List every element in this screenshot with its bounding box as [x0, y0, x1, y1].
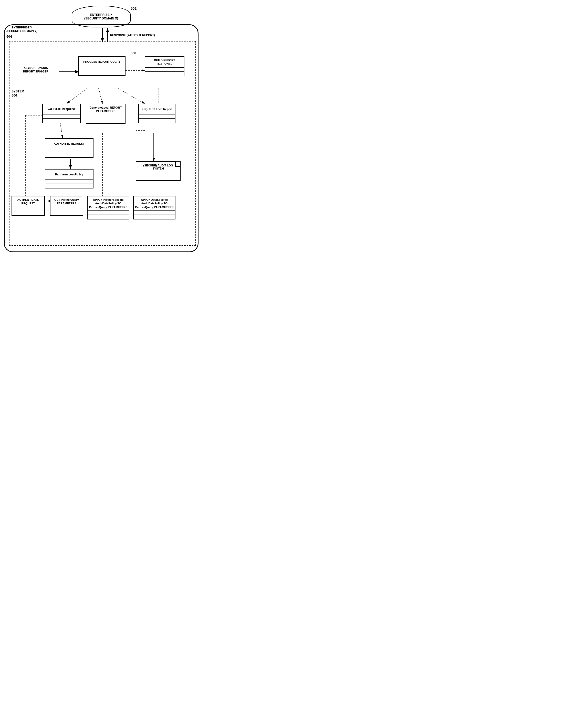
build-report-response-box: BUILD REPORT RESPONSE: [145, 56, 184, 76]
validate-request-s2: [43, 119, 80, 123]
authorize-request-title: AUTHORIZE REQUEST: [45, 139, 93, 149]
ref-506: 506: [11, 93, 17, 97]
enterprise-y-label: ENTERPRISE Y (SECURITY DOMAIN Y): [6, 26, 37, 33]
generate-local-title: GenerateLocal REPORT PARAMETERS: [86, 104, 125, 115]
get-partner-query-box: GET PartnerQuery PARAMETERS: [50, 196, 83, 216]
process-report-query-title: PROCESS REPORT QUERY: [79, 57, 125, 67]
partner-access-policy-s2: [45, 184, 93, 188]
ref-502: 502: [131, 6, 136, 10]
apply-partner-specific-box: APPLY PartnerSpecific AuditDataPolicy TO…: [87, 196, 129, 219]
secure-audit-log-s1: [136, 172, 180, 176]
get-partner-query-title: GET PartnerQuery PARAMETERS: [50, 197, 83, 207]
authenticate-request-s1: [12, 207, 44, 211]
authorize-request-s2: [45, 153, 93, 157]
process-report-query-s2: [79, 71, 125, 75]
system-label: SYSTEM: [11, 90, 24, 94]
request-local-report-s1: [139, 115, 175, 119]
ref-508: 508: [131, 51, 136, 55]
authenticate-request-box: AUTHENTICATE REQUEST: [11, 196, 45, 216]
partner-access-policy-title: PartnerAccessPolicy: [45, 170, 93, 180]
generate-local-s2: [86, 119, 125, 123]
process-report-query-box: PROCESS REPORT QUERY: [78, 56, 125, 76]
get-partner-query-s2: [50, 211, 83, 215]
secure-audit-log-box: (SECURE) AUDIT LOG SYSTEM: [136, 161, 180, 181]
get-partner-query-s1: [50, 207, 83, 211]
partner-access-policy-s1: [45, 180, 93, 184]
apply-data-specific-title: APPLY DataSpecific AuditDataPolicy TO Pa…: [134, 197, 175, 211]
request-local-report-s2: [139, 119, 175, 123]
build-report-response-title: BUILD REPORT RESPONSE: [145, 57, 184, 68]
validate-request-title: VALIDATE REQUEST: [43, 104, 80, 115]
enterprise-x-label2: (SECURITY DOMAIN X): [84, 17, 118, 20]
diagram-container: 502 ENTERPRISE X (SECURITY DOMAIN X) RES…: [3, 3, 202, 259]
authorize-request-s1: [45, 149, 93, 153]
apply-data-specific-s2: [134, 215, 175, 219]
async-trigger-label: ASYNCHRONOUSREPORT TRIGGER: [23, 66, 48, 74]
process-report-query-s1: [79, 67, 125, 71]
apply-data-specific-s1: [134, 211, 175, 215]
apply-partner-specific-s2: [88, 215, 129, 219]
enterprise-x-label1: ENTERPRISE X: [90, 13, 113, 17]
apply-partner-specific-s1: [88, 211, 129, 215]
authenticate-request-title: AUTHENTICATE REQUEST: [12, 197, 44, 207]
generate-local-s1: [86, 115, 125, 119]
apply-data-specific-box: APPLY DataSpecific AuditDataPolicy TO Pa…: [133, 196, 175, 219]
request-local-report-box: REQUEST LocalReport: [138, 104, 175, 123]
request-local-report-title: REQUEST LocalReport: [139, 104, 175, 115]
authenticate-request-s2: [12, 211, 44, 215]
validate-request-s1: [43, 115, 80, 119]
apply-partner-specific-title: APPLY PartnerSpecific AuditDataPolicy TO…: [88, 197, 129, 211]
build-report-response-s2: [145, 72, 184, 76]
ref-504: 504: [6, 35, 12, 38]
validate-request-box: VALIDATE REQUEST: [42, 104, 81, 123]
partner-access-policy-box: PartnerAccessPolicy: [45, 169, 93, 188]
secure-audit-log-title: (SECURE) AUDIT LOG SYSTEM: [136, 162, 180, 172]
generate-local-box: GenerateLocal REPORT PARAMETERS: [86, 104, 125, 124]
build-report-response-s1: [145, 68, 184, 72]
secure-audit-log-s2: [136, 176, 180, 180]
authorize-request-box: AUTHORIZE REQUEST: [45, 138, 93, 158]
